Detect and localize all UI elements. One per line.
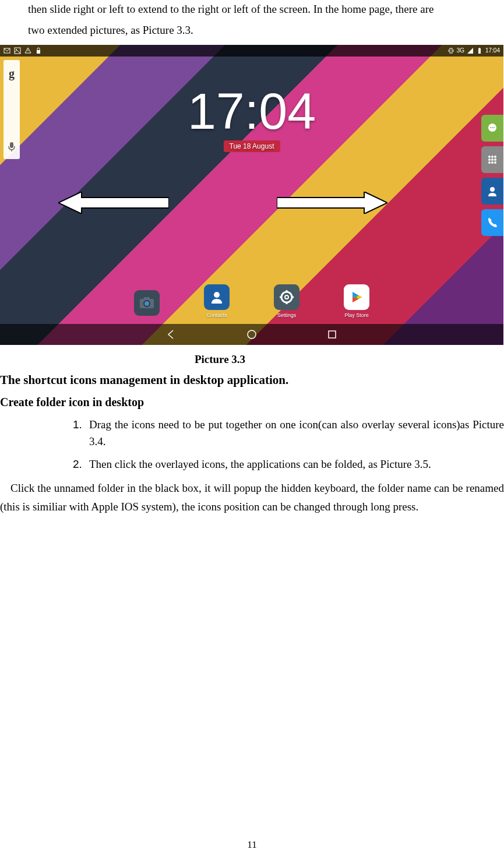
image-icon — [14, 47, 21, 54]
dock-label-playstore: Play Store — [344, 312, 369, 318]
warning-icon — [24, 47, 31, 54]
mic-icon[interactable] — [8, 142, 16, 152]
svg-rect-9 — [479, 48, 480, 48]
vibrate-icon — [447, 47, 454, 54]
svg-point-19 — [491, 156, 494, 158]
svg-point-16 — [492, 127, 493, 128]
svg-point-20 — [494, 156, 496, 158]
gear-icon — [274, 284, 299, 310]
svg-point-21 — [488, 158, 491, 161]
svg-marker-13 — [277, 192, 387, 214]
page-number: 11 — [247, 839, 256, 851]
svg-point-32 — [214, 292, 220, 298]
settings-app[interactable]: Settings — [274, 284, 299, 318]
status-left — [3, 47, 42, 54]
list-item-1: 1. Drag the icons need to be put togethe… — [0, 416, 504, 450]
svg-rect-8 — [478, 48, 481, 54]
svg-point-25 — [491, 161, 494, 164]
battery-icon — [476, 47, 483, 54]
svg-point-39 — [248, 330, 256, 339]
svg-marker-12 — [58, 192, 169, 214]
status-right: 3G 17:04 — [447, 47, 500, 54]
intro-line-2: two extended pictures, as Picture 3.3. — [0, 21, 504, 40]
clock-widget[interactable]: 17:04 Tue 18 August — [188, 86, 316, 152]
svg-point-27 — [490, 187, 495, 192]
side-apps-bar — [481, 115, 503, 236]
dock-label-contacts: Contacts — [206, 312, 227, 318]
google-g-logo: g — [9, 67, 15, 80]
mail-icon — [3, 47, 10, 54]
dock-label-settings: Settings — [277, 312, 297, 318]
svg-rect-4 — [37, 50, 40, 54]
list-num-1: 1. — [73, 416, 89, 450]
intro-line-1: then slide right or left to extend to th… — [0, 0, 504, 19]
nav-bar — [0, 324, 503, 345]
contacts-side-icon[interactable] — [481, 178, 503, 205]
recent-button[interactable] — [327, 329, 337, 340]
back-button[interactable] — [166, 329, 177, 340]
clock-date: Tue 18 August — [224, 140, 280, 152]
status-time: 17:04 — [485, 47, 500, 54]
home-button[interactable] — [246, 329, 257, 340]
messages-app-icon[interactable] — [481, 115, 503, 142]
heading-create-folder: Create folder icon in desktop — [0, 396, 504, 409]
picture-caption: Picture 3.3 — [0, 353, 504, 366]
status-bar: 3G 17:04 — [0, 45, 503, 57]
clock-time: 17:04 — [188, 86, 316, 137]
svg-rect-40 — [329, 331, 336, 338]
body-paragraph: Click the unnamed folder in the black bo… — [0, 479, 504, 517]
svg-point-26 — [494, 161, 496, 164]
android-home-screenshot: 3G 17:04 g 17:04 Tue 18 August — [0, 45, 503, 345]
svg-rect-5 — [450, 48, 452, 53]
heading-shortcut-management: The shortcut icons management in desktop… — [0, 373, 504, 387]
contacts-icon — [204, 284, 230, 310]
svg-point-23 — [494, 158, 496, 161]
svg-point-24 — [488, 161, 491, 164]
svg-rect-31 — [144, 297, 150, 299]
arrow-right-annotation — [277, 192, 387, 214]
play-store-app[interactable]: Play Store — [344, 284, 369, 318]
network-label: 3G — [457, 47, 464, 54]
svg-point-17 — [494, 127, 495, 128]
list-num-2: 2. — [73, 456, 89, 473]
phone-side-icon[interactable] — [481, 209, 503, 236]
play-store-icon — [344, 284, 369, 310]
contacts-app[interactable]: Contacts — [204, 284, 230, 318]
svg-rect-10 — [10, 142, 13, 148]
lock-icon — [35, 47, 42, 54]
camera-icon — [134, 290, 160, 316]
svg-point-15 — [490, 127, 491, 128]
svg-point-22 — [491, 158, 494, 161]
signal-icon — [467, 47, 474, 54]
svg-point-34 — [285, 295, 288, 299]
list-item-2: 2. Then click the overlayed icons, the a… — [0, 456, 504, 473]
app-drawer-icon[interactable] — [481, 146, 503, 173]
list-text-1: Drag the icons need to be put together o… — [89, 416, 504, 450]
list-text-2: Then click the overlayed icons, the appl… — [89, 456, 504, 473]
svg-point-30 — [144, 301, 149, 306]
dock: Contacts Settings Play Store — [134, 284, 369, 318]
arrow-left-annotation — [58, 192, 169, 214]
camera-app[interactable] — [134, 290, 160, 318]
google-search-widget[interactable]: g — [3, 60, 20, 159]
svg-point-18 — [488, 156, 491, 158]
